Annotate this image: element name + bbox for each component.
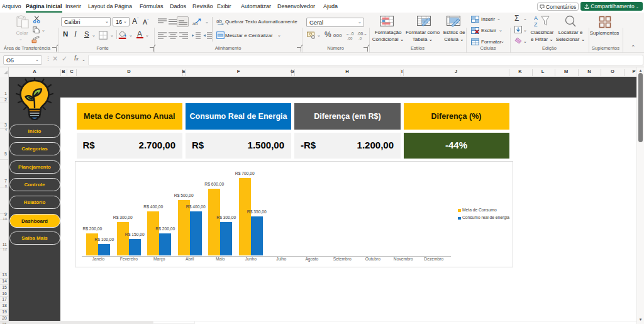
svg-text:ab: ab [192, 21, 197, 26]
svg-text:A: A [534, 15, 538, 21]
svg-text:Z: Z [534, 21, 538, 28]
svg-text:ab: ab [216, 18, 222, 24]
